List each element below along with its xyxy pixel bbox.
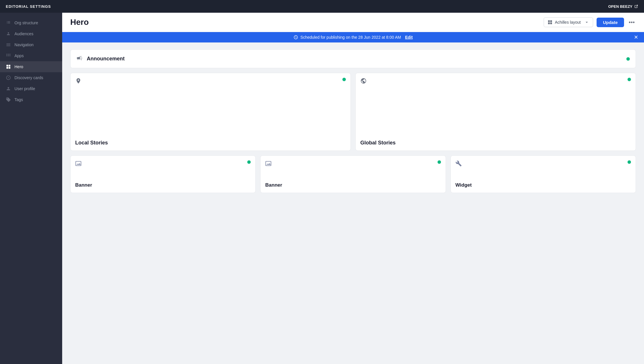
sidebar-item-apps[interactable]: Apps: [0, 50, 62, 61]
page-title: Hero: [70, 18, 89, 27]
widget-top: [455, 160, 631, 168]
sidebar-label-user-profile: User profile: [14, 86, 35, 91]
small-cards-row: Banner Banner: [70, 155, 636, 193]
navigation-icon: [6, 42, 11, 47]
svg-point-12: [8, 87, 9, 88]
topbar: EDITORIAL SETTINGS OPEN BEEZY: [0, 0, 644, 13]
svg-point-0: [8, 32, 9, 34]
announcement-card[interactable]: Announcement: [70, 49, 636, 68]
apps-icon: [6, 53, 11, 58]
banner-2-icon: [265, 160, 272, 168]
banner-text: Scheduled for publishing on the 28 Jun 2…: [300, 35, 401, 40]
more-options-button[interactable]: •••: [628, 18, 636, 27]
banner-1-card[interactable]: Banner: [70, 155, 256, 193]
content-header: Hero Achilles layout Update •••: [62, 13, 644, 32]
announcement-left: Announcement: [76, 55, 125, 63]
sidebar-label-audiences: Audiences: [14, 31, 33, 36]
grid-layout-icon: [547, 20, 553, 25]
sidebar-item-discovery-cards[interactable]: Discovery cards: [0, 72, 62, 83]
widget-card[interactable]: Widget: [451, 155, 636, 193]
discovery-icon: [6, 75, 11, 80]
story-cards-row: Local Stories Global Stories: [70, 73, 636, 151]
globe-icon: [360, 78, 367, 86]
widget-icon: [455, 160, 462, 168]
svg-rect-5: [8, 55, 9, 56]
open-beezy-button[interactable]: OPEN BEEZY: [608, 4, 638, 9]
header-actions: Achilles layout Update •••: [544, 17, 636, 27]
external-link-icon: [634, 4, 638, 8]
svg-point-11: [8, 77, 9, 78]
clock-icon: [294, 35, 298, 40]
user-profile-icon: [6, 86, 11, 91]
announcement-icon: [76, 55, 83, 63]
banner-1-title: Banner: [75, 182, 251, 188]
svg-rect-6: [10, 55, 10, 56]
tags-icon: [6, 97, 11, 102]
content-area: Hero Achilles layout Update ••• Schedule…: [62, 13, 644, 364]
layout-label: Achilles layout: [555, 20, 581, 25]
global-stories-status-dot: [628, 78, 631, 81]
banner-1-status-dot: [247, 160, 251, 164]
svg-rect-7: [6, 65, 8, 66]
banner-2-status-dot: [438, 160, 441, 164]
sidebar-item-hero[interactable]: Hero: [0, 61, 62, 72]
banner-2-title: Banner: [265, 182, 441, 188]
sidebar-item-tags[interactable]: Tags: [0, 94, 62, 105]
sidebar-label-hero: Hero: [14, 64, 23, 69]
sidebar-item-user-profile[interactable]: User profile: [0, 83, 62, 94]
banner-2-card[interactable]: Banner: [260, 155, 446, 193]
topbar-title: EDITORIAL SETTINGS: [6, 4, 51, 9]
svg-rect-1: [6, 54, 7, 55]
local-stories-title: Local Stories: [75, 134, 346, 146]
sidebar-label-org-structure: Org structure: [14, 21, 38, 25]
more-dots-icon: •••: [629, 19, 635, 26]
location-pin-icon: [75, 78, 82, 86]
banner-1-top: [75, 160, 251, 168]
global-stories-title: Global Stories: [360, 134, 631, 146]
update-button[interactable]: Update: [597, 18, 624, 27]
svg-rect-3: [10, 54, 10, 55]
open-beezy-label: OPEN BEEZY: [608, 4, 632, 9]
sidebar-label-navigation: Navigation: [14, 42, 34, 47]
sidebar-label-tags: Tags: [14, 97, 23, 102]
main-layout: Org structure Audiences Navigation Apps …: [0, 13, 644, 364]
svg-rect-10: [9, 67, 10, 69]
audiences-icon: [6, 31, 11, 36]
announcement-status-dot: [626, 57, 630, 61]
sidebar-item-navigation[interactable]: Navigation: [0, 39, 62, 50]
banner-close-button[interactable]: ✕: [634, 35, 638, 40]
global-stories-card[interactable]: Global Stories: [355, 73, 636, 151]
hero-icon: [6, 64, 11, 69]
sidebar-item-org-structure[interactable]: Org structure: [0, 17, 62, 28]
sidebar-item-audiences[interactable]: Audiences: [0, 28, 62, 39]
svg-rect-9: [6, 67, 8, 69]
local-stories-top: [75, 78, 346, 86]
svg-rect-8: [9, 65, 10, 66]
chevron-down-icon: [584, 20, 589, 25]
local-stories-card[interactable]: Local Stories: [70, 73, 351, 151]
svg-rect-2: [8, 54, 9, 55]
local-stories-status-dot: [342, 78, 346, 81]
banner-2-top: [265, 160, 441, 168]
cards-area: Announcement Local Stories: [62, 42, 644, 364]
sidebar-label-discovery-cards: Discovery cards: [14, 75, 43, 80]
banner-edit-button[interactable]: Edit: [405, 35, 413, 40]
global-stories-top: [360, 78, 631, 86]
layout-selector[interactable]: Achilles layout: [544, 17, 593, 27]
widget-status-dot: [628, 160, 631, 164]
announcement-title: Announcement: [87, 56, 125, 62]
svg-rect-4: [6, 55, 7, 56]
widget-title: Widget: [455, 182, 631, 188]
sidebar: Org structure Audiences Navigation Apps …: [0, 13, 62, 364]
sidebar-label-apps: Apps: [14, 53, 24, 58]
schedule-banner: Scheduled for publishing on the 28 Jun 2…: [62, 32, 644, 42]
org-icon: [6, 20, 11, 25]
banner-1-icon: [75, 160, 82, 168]
